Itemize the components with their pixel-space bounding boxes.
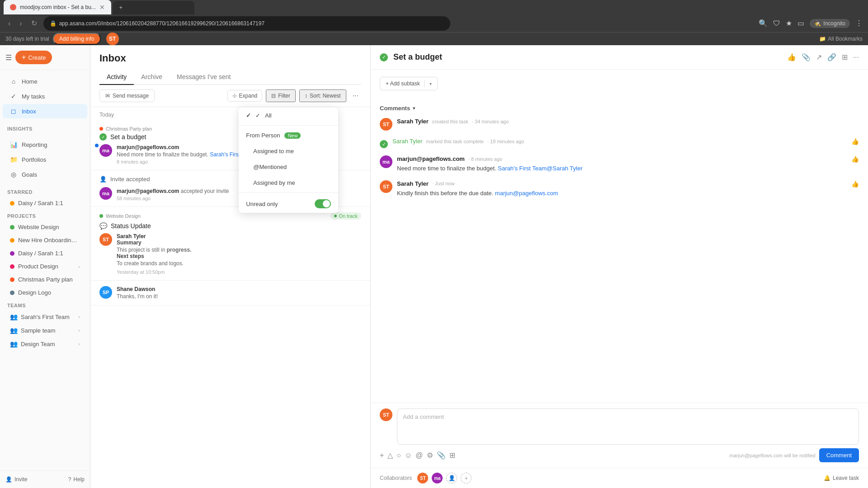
subtask-dropdown-arrow[interactable]: ▾ [429, 81, 432, 86]
browser-tabs: moodjoy.com inbox - Set a bu... ✕ + [0, 0, 868, 14]
next-steps-text: To create brands and logos. [117, 260, 191, 267]
comment-author-complete: Sarah Tyler [392, 138, 422, 145]
comment-toolbar: + △ ○ ☺ @ ⚙ 📎 ⊞ marjun@pageflows.com wil… [380, 448, 859, 462]
sidebar-item-inbox[interactable]: ◻ Inbox [3, 104, 87, 118]
portfolios-icon: 📁 [10, 156, 17, 163]
link-icon[interactable]: 🔗 [827, 53, 836, 61]
comments-header[interactable]: Comments ▾ [380, 105, 859, 112]
sidebar-item-reporting[interactable]: 📊 Reporting [3, 137, 87, 152]
tasks-icon: ✓ [10, 93, 17, 100]
filter-option-all[interactable]: ✓ All [239, 108, 338, 123]
filter-option-unread-only[interactable]: Unread only [239, 195, 338, 213]
add-billing-button[interactable]: Add billing info [53, 33, 101, 45]
teams-section-label: Teams [0, 299, 90, 310]
inbox-icon: ◻ [10, 108, 17, 115]
sidebar-item-christmas-party-plan[interactable]: Christmas Party plan [3, 273, 87, 286]
sort-button[interactable]: ↕ Sort: Newest [299, 89, 346, 102]
sidebar-item-daisy-sarah[interactable]: Daisy / Sarah 1:1 [3, 247, 87, 259]
sidebar-item-my-tasks[interactable]: ✓ My tasks [3, 89, 87, 103]
filter-option-assigned-to-me[interactable]: Assigned to me [239, 143, 338, 159]
forward-button[interactable]: › [17, 18, 24, 29]
search-icon[interactable]: 🔍 [759, 19, 768, 28]
user-avatar-top[interactable]: ST [106, 33, 119, 45]
like-button[interactable]: 👍 [851, 138, 859, 148]
attachment-tool[interactable]: ⚙ [427, 451, 433, 460]
new-tab-button[interactable]: + [113, 1, 194, 14]
tab-messages-sent[interactable]: Messages I've sent [170, 70, 238, 85]
filter-option-mentioned[interactable]: @Mentioned [239, 159, 338, 175]
filter-option-from-person[interactable]: From Person New [239, 127, 338, 143]
detail-title: Set a budget [393, 52, 782, 62]
message-item-shane[interactable]: SP Shane Dawson Thanks, I'm on it! [90, 281, 370, 305]
sidebar-item-website-design[interactable]: Website Design [3, 221, 87, 233]
back-button[interactable]: ‹ [5, 18, 13, 29]
sidebar-item-product-design[interactable]: Product Design › [3, 260, 87, 272]
sidebar: ☰ + Create ⌂ Home ✓ My tasks ◻ Inbox Ins… [0, 45, 90, 488]
menu-icon[interactable]: ⋮ [855, 19, 863, 28]
sidebar-item-design-logo[interactable]: Design Logo [3, 286, 87, 299]
dropdown-divider [239, 125, 338, 126]
add-collaborator-button[interactable]: + [461, 473, 472, 483]
comment-input-box[interactable]: Add a comment [397, 408, 859, 445]
filter-button[interactable]: ⊟ Filter [266, 89, 296, 102]
url-text: app.asana.com/0/inbox/1206160204288770/1… [59, 20, 264, 27]
add-subtask-button[interactable]: + Add subtask ▾ [380, 77, 438, 90]
comment-marjun: ma marjun@pageflows.com · 8 minutes ago … [380, 155, 859, 173]
sidebar-item-goals[interactable]: ◎ Goals [3, 167, 87, 182]
share-icon[interactable]: ↗ [816, 53, 822, 61]
comments-chevron: ▾ [413, 106, 415, 111]
like-button-sarah[interactable]: 👍 [851, 180, 859, 198]
send-message-button[interactable]: ✉ Send message [99, 89, 155, 102]
sidebar-item-new-hire-onboarding[interactable]: New Hire Onboarding Ch... [3, 234, 87, 246]
unread-only-toggle[interactable] [315, 199, 331, 208]
leave-task-button[interactable]: 🔔 Leave task [824, 475, 859, 481]
active-tab[interactable]: moodjoy.com inbox - Set a bu... ✕ [4, 0, 111, 14]
sidebar-item-design-team[interactable]: 👥 Design Team › [3, 338, 87, 350]
create-button[interactable]: + Create [15, 51, 52, 64]
hamburger-icon[interactable]: ☰ [5, 53, 12, 62]
sidebar-bottom: 👤 Invite ? Help [0, 470, 90, 488]
status-content: ST Sarah Tyler Summary This project is s… [99, 233, 361, 275]
filter-option-assigned-by-me[interactable]: Assigned by me [239, 175, 338, 191]
tab-close-button[interactable]: ✕ [99, 4, 105, 11]
like-icon[interactable]: 👍 [787, 53, 796, 61]
help-button[interactable]: ? Help [68, 476, 85, 483]
sidebar-item-daisy-sarah-starred[interactable]: Daisy / Sarah 1:1 [3, 197, 87, 209]
comment-text-sarah: Kindly finish this before the due date. … [397, 189, 847, 198]
attachment-icon[interactable]: 📎 [802, 53, 811, 61]
mention-tool[interactable]: @ [415, 451, 423, 460]
more-options-button[interactable]: ··· [350, 90, 361, 102]
more-format-tool[interactable]: ⊞ [449, 451, 455, 460]
sidebar-item-portfolios[interactable]: 📁 Portfolios [3, 152, 87, 167]
comment-link-marjun[interactable]: Sarah's First Team@Sarah Tyler [498, 165, 582, 172]
sidebar-item-home[interactable]: ⌂ Home [3, 74, 87, 89]
reload-button[interactable]: ↻ [28, 17, 40, 29]
comment-action-complete: marked this task complete [426, 139, 484, 144]
tab-archive[interactable]: Archive [134, 70, 170, 85]
expand-button[interactable]: ⊹ Expand [227, 90, 263, 102]
tab-activity[interactable]: Activity [99, 70, 134, 85]
expand-icon[interactable]: ⊞ [842, 53, 848, 61]
sidebar-item-sample-team[interactable]: 👥 Sample team › [3, 324, 87, 337]
sidebar-item-sarahs-first-team[interactable]: 👥 Sarah's First Team › [3, 310, 87, 323]
emoji-smile-tool[interactable]: ☺ [405, 451, 412, 460]
collaborators-row: Collaborators ST ma 👤 + 🔔 Leave task [371, 468, 868, 488]
bookmark-icon[interactable]: ★ [786, 19, 792, 28]
emoji-tool[interactable]: ○ [396, 451, 401, 460]
like-button-marjun[interactable]: 👍 [851, 155, 859, 173]
status-update-item[interactable]: Website Design On track 💬 Status Update … [90, 207, 370, 281]
sidebar-nav: ⌂ Home ✓ My tasks ◻ Inbox [0, 70, 90, 122]
address-bar[interactable]: 🔒 app.asana.com/0/inbox/1206160204288770… [43, 16, 450, 31]
project-dot [10, 251, 14, 256]
link-tool[interactable]: 📎 [437, 451, 446, 460]
format-tool[interactable]: △ [387, 451, 393, 460]
comment-link-sarah[interactable]: marjun@pageflows.com [495, 190, 558, 197]
sidebar-toggle-icon[interactable]: ▭ [797, 19, 804, 28]
bookmark-folder-icon: 📁 [819, 36, 826, 42]
inbox-title: Inbox [99, 52, 361, 64]
comment-sarah-response: ST Sarah Tyler · Just now Kindly finish … [380, 180, 859, 198]
comment-submit-button[interactable]: Comment [819, 448, 859, 462]
invite-button[interactable]: 👤 Invite [5, 476, 28, 483]
add-comment-tool[interactable]: + [380, 451, 384, 460]
more-icon[interactable]: ··· [853, 53, 859, 61]
